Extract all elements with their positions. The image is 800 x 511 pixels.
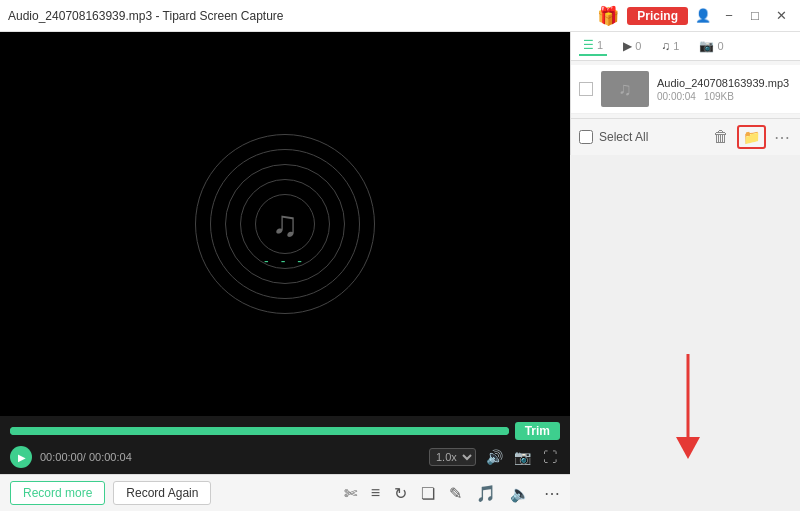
gift-icon: 🎁 — [597, 5, 619, 27]
fullscreen-icon[interactable]: ⛶ — [540, 449, 560, 465]
window-title: Audio_240708163939.mp3 - Tipard Screen C… — [8, 9, 597, 23]
file-info: Audio_240708163939.mp3 00:00:04 109KB — [657, 77, 792, 102]
copy-icon[interactable]: ❏ — [421, 484, 435, 503]
main-layout: ♫ - - - Trim ▶ 00:00:00/ 00:00:04 1.0x 0… — [0, 32, 800, 511]
video-area: ♫ - - - — [0, 32, 570, 416]
right-panel: ☰ 1 ▶ 0 ♫ 1 📷 0 — [570, 32, 800, 155]
video-tab-icon: ▶ — [623, 39, 632, 53]
record-again-button[interactable]: Record Again — [113, 481, 211, 505]
right-tabs: ☰ 1 ▶ 0 ♫ 1 📷 0 — [571, 32, 800, 61]
camera-icon[interactable]: 📷 — [512, 449, 532, 465]
tab-video[interactable]: ▶ 0 — [619, 37, 645, 55]
volume-icon[interactable]: 🔊 — [484, 449, 504, 465]
more-icon[interactable]: ⋯ — [544, 484, 560, 503]
select-all-checkbox[interactable] — [579, 130, 593, 144]
list-tab-icon: ☰ — [583, 38, 594, 52]
file-duration: 00:00:04 — [657, 91, 696, 102]
tab-list[interactable]: ☰ 1 — [579, 36, 607, 56]
adjust-icon[interactable]: ≡ — [371, 484, 380, 502]
progress-row: Trim — [10, 422, 560, 440]
svg-marker-1 — [676, 437, 700, 459]
left-panel: ♫ - - - Trim ▶ 00:00:00/ 00:00:04 1.0x 0… — [0, 32, 570, 511]
image-tab-icon: 📷 — [699, 39, 714, 53]
right-panel-wrapper: ☰ 1 ▶ 0 ♫ 1 📷 0 — [570, 32, 800, 511]
speed-select[interactable]: 1.0x 0.5x 1.5x 2.0x — [429, 448, 476, 466]
pricing-button[interactable]: Pricing — [627, 7, 688, 25]
music-visual: ♫ - - - — [185, 124, 385, 324]
bottom-bar: Record more Record Again ✄ ≡ ↻ ❏ ✎ 🎵 🔈 ⋯ — [0, 474, 570, 511]
tab-image[interactable]: 📷 0 — [695, 37, 727, 55]
file-list: ♫ Audio_240708163939.mp3 00:00:04 109KB — [571, 61, 800, 118]
tab-audio[interactable]: ♫ 1 — [657, 37, 683, 55]
file-checkbox[interactable] — [579, 82, 593, 96]
progress-bar[interactable] — [10, 427, 509, 435]
file-name: Audio_240708163939.mp3 — [657, 77, 792, 89]
controls-area: Trim ▶ 00:00:00/ 00:00:04 1.0x 0.5x 1.5x… — [0, 416, 570, 474]
arrow-annotation — [658, 349, 718, 473]
maximize-button[interactable]: □ — [744, 5, 766, 27]
file-thumbnail: ♫ — [601, 71, 649, 107]
more-options-button[interactable]: ⋯ — [772, 126, 792, 149]
file-item: ♫ Audio_240708163939.mp3 00:00:04 109KB — [571, 65, 800, 114]
titlebar: Audio_240708163939.mp3 - Tipard Screen C… — [0, 0, 800, 32]
audio-icon[interactable]: 🎵 — [476, 484, 496, 503]
edit-icon[interactable]: ✎ — [449, 484, 462, 503]
time-display: 00:00:00/ 00:00:04 — [40, 451, 132, 463]
user-icon[interactable]: 👤 — [692, 5, 714, 27]
audio-tab-count: 1 — [673, 40, 679, 52]
speaker-icon[interactable]: 🔈 — [510, 484, 530, 503]
delete-button[interactable]: 🗑 — [711, 126, 731, 148]
play-button[interactable]: ▶ — [10, 446, 32, 468]
playback-row: ▶ 00:00:00/ 00:00:04 1.0x 0.5x 1.5x 2.0x… — [10, 444, 560, 470]
list-tab-count: 1 — [597, 39, 603, 51]
scissors-icon[interactable]: ✄ — [344, 484, 357, 503]
minimize-button[interactable]: − — [718, 5, 740, 27]
folder-button[interactable]: 📁 — [737, 125, 766, 149]
close-button[interactable]: ✕ — [770, 5, 792, 27]
image-tab-count: 0 — [717, 40, 723, 52]
right-footer: Select All 🗑 📁 ⋯ — [571, 118, 800, 155]
dashes-decoration: - - - — [264, 253, 306, 269]
trim-button[interactable]: Trim — [515, 422, 560, 440]
file-meta: 00:00:04 109KB — [657, 91, 792, 102]
select-all-label: Select All — [599, 130, 705, 144]
titlebar-actions: 🎁 Pricing 👤 − □ ✕ — [597, 5, 792, 27]
rotate-icon[interactable]: ↻ — [394, 484, 407, 503]
video-tab-count: 0 — [635, 40, 641, 52]
record-more-button[interactable]: Record more — [10, 481, 105, 505]
file-size: 109KB — [704, 91, 734, 102]
music-note-icon: ♫ — [272, 203, 299, 245]
audio-tab-icon: ♫ — [661, 39, 670, 53]
bottom-icons: ✄ ≡ ↻ ❏ ✎ 🎵 🔈 ⋯ — [344, 484, 560, 503]
progress-fill — [10, 427, 509, 435]
